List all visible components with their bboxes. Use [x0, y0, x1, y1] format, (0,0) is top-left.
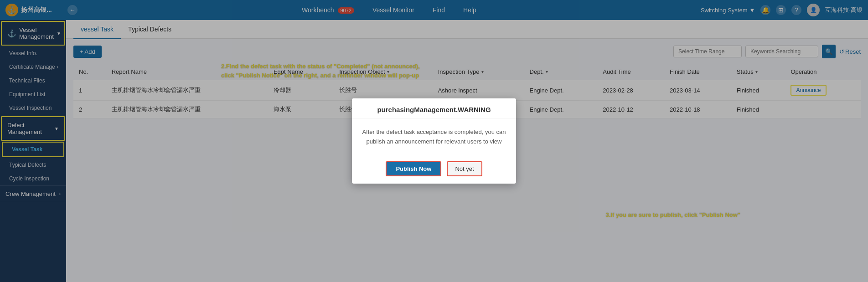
not-yet-button[interactable]: Not yet — [447, 161, 482, 176]
publish-now-button[interactable]: Publish Now — [386, 161, 441, 176]
modal-box: purchasingManagement.WARNING After the d… — [352, 98, 516, 184]
modal-header: purchasingManagement.WARNING — [352, 98, 516, 118]
modal-footer: Publish Now Not yet — [352, 156, 516, 184]
modal-overlay[interactable]: purchasingManagement.WARNING After the d… — [0, 0, 868, 282]
modal-body: After the defect task acceptance is comp… — [352, 118, 516, 156]
